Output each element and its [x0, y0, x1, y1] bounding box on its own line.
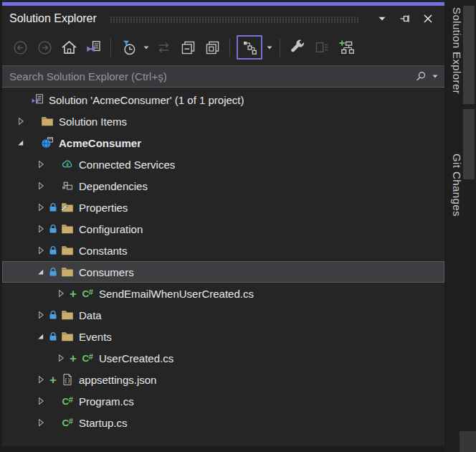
tree-row-properties[interactable]: Properties [2, 197, 444, 218]
csharp-file-icon: C# [60, 416, 75, 429]
folder-icon [40, 115, 54, 128]
collapsed-chevron-icon[interactable] [35, 374, 47, 385]
tree-item-label: Solution 'AcmeConsumer' (1 of 1 project) [49, 94, 244, 106]
side-tab-git-changes[interactable]: Git Changes [451, 154, 463, 217]
window-position-icon [379, 17, 386, 21]
home-button[interactable] [58, 37, 80, 58]
tree-row-solution-items[interactable]: Solution Items [2, 110, 444, 132]
tree-row-connected-services[interactable]: Connected Services [2, 154, 444, 175]
badge-spacer [47, 416, 60, 429]
tree-row-consumers[interactable]: Consumers [2, 261, 444, 283]
properties-folder-icon [60, 201, 75, 214]
badge-spacer [47, 179, 60, 192]
web-project-icon [40, 136, 54, 149]
show-all-files-button[interactable] [201, 37, 223, 58]
new-solution-folder-button[interactable] [335, 37, 357, 58]
source-control-lock-icon [47, 309, 60, 321]
collapsed-chevron-icon[interactable] [35, 245, 47, 256]
folder-icon [60, 309, 75, 321]
svg-text:{ }: { } [65, 377, 70, 383]
source-control-lock-icon [47, 265, 60, 278]
solution-icon [30, 93, 44, 106]
collapsed-chevron-icon[interactable] [35, 223, 47, 235]
properties-icon [290, 39, 306, 56]
window-position-button[interactable] [373, 10, 391, 27]
close-button[interactable] [419, 10, 437, 27]
folder-icon [60, 222, 75, 235]
csharp-file-icon: C# [80, 352, 95, 364]
collapsed-chevron-icon[interactable] [35, 309, 47, 321]
tree-row-solution-acmeconsumer-1-of-1-project[interactable]: Solution 'AcmeConsumer' (1 of 1 project) [2, 89, 444, 110]
switch-views-button[interactable] [82, 37, 104, 58]
collapsed-chevron-icon[interactable] [55, 352, 67, 364]
pending-add-icon: + [67, 287, 80, 300]
tree-row-sendemailwhenusercreated-cs[interactable]: +C#SendEmailWhenUserCreated.cs [2, 283, 444, 304]
search-input[interactable] [2, 70, 413, 83]
tree-row-startup-cs[interactable]: C#Startup.cs [2, 412, 444, 433]
tree-item-label: Startup.cs [79, 417, 128, 429]
chevron-spacer [18, 94, 29, 105]
json-file-icon: { } [60, 373, 75, 386]
tree-row-constants[interactable]: Constants [2, 240, 444, 261]
toolbar-separator [110, 39, 111, 57]
source-control-lock-icon [47, 222, 60, 235]
tree-item-label: Dependencies [79, 180, 148, 192]
tree-row-usercreated-cs[interactable]: +C#UserCreated.cs [2, 347, 444, 369]
expanded-chevron-icon[interactable] [15, 137, 27, 149]
tree-row-acmeconsumer[interactable]: AcmeConsumer [2, 132, 444, 154]
search-options-dropdown-button[interactable] [429, 67, 442, 87]
collapsed-chevron-icon[interactable] [35, 202, 47, 213]
badge-spacer [27, 115, 39, 128]
auto-hide-pin-button[interactable] [396, 10, 414, 27]
expanded-chevron-icon[interactable] [35, 331, 47, 342]
pending-changes-filter-button[interactable] [118, 37, 139, 58]
forward-icon [37, 39, 53, 56]
tree-item-label: Configuration [79, 223, 143, 235]
tree-item-label: Data [79, 309, 102, 321]
background-window-fragment [463, 109, 475, 179]
collapsed-chevron-icon[interactable] [15, 116, 27, 127]
folder-icon [60, 265, 75, 278]
side-tab-strip: Solution Explorer Git Changes [446, 0, 476, 452]
file-nesting-dropdown-button[interactable] [264, 37, 275, 58]
search-button[interactable] [413, 67, 429, 87]
titlebar-drag-grip[interactable] [110, 17, 360, 23]
collapsed-chevron-icon[interactable] [35, 159, 47, 170]
tree-row-configuration[interactable]: Configuration [2, 218, 444, 240]
tree-row-data[interactable]: Data [2, 304, 444, 326]
dependencies-icon [60, 179, 75, 192]
tree-item-label: UserCreated.cs [99, 352, 173, 364]
tree-row-program-cs[interactable]: C#Program.cs [2, 390, 444, 412]
tree-row-events[interactable]: Events [2, 326, 444, 347]
collapsed-chevron-icon[interactable] [55, 288, 67, 299]
toolbar-separator [280, 39, 280, 57]
back-button [9, 37, 31, 58]
side-tab-solution-explorer[interactable]: Solution Explorer [451, 7, 463, 94]
pending-add-icon: + [67, 352, 80, 364]
csharp-file-icon: C# [80, 287, 95, 300]
tree-item-label: Connected Services [79, 159, 175, 171]
sync-with-active-document-button [153, 37, 174, 58]
collapsed-chevron-icon[interactable] [35, 417, 47, 428]
folder-icon [60, 330, 75, 343]
collapsed-chevron-icon[interactable] [35, 180, 47, 192]
tree-item-label: Events [79, 331, 112, 343]
tree-row-appsettings-json[interactable]: +{ }appsettings.json [2, 369, 444, 390]
close-icon [423, 14, 433, 24]
solution-tree: Solution 'AcmeConsumer' (1 of 1 project)… [2, 89, 444, 433]
pending-changes-filter-icon [120, 39, 137, 56]
tree-item-label: appsettings.json [79, 374, 156, 386]
properties-button[interactable] [287, 37, 308, 58]
tree-item-label: Consumers [79, 266, 134, 278]
expanded-chevron-icon[interactable] [35, 266, 47, 278]
search-icon [415, 71, 427, 83]
file-nesting-button[interactable] [237, 35, 262, 60]
pending-changes-filter-dropdown-button[interactable] [141, 37, 151, 58]
collapsed-chevron-icon[interactable] [35, 395, 47, 407]
tree-row-dependencies[interactable]: Dependencies [2, 175, 444, 197]
tree-item-label: SendEmailWhenUserCreated.cs [99, 288, 254, 300]
home-icon [61, 39, 77, 56]
collapse-all-icon [180, 39, 196, 56]
solution-explorer-panel: Solution Explorer Solution 'AcmeConsumer… [2, 0, 446, 446]
collapse-all-button[interactable] [177, 37, 199, 58]
